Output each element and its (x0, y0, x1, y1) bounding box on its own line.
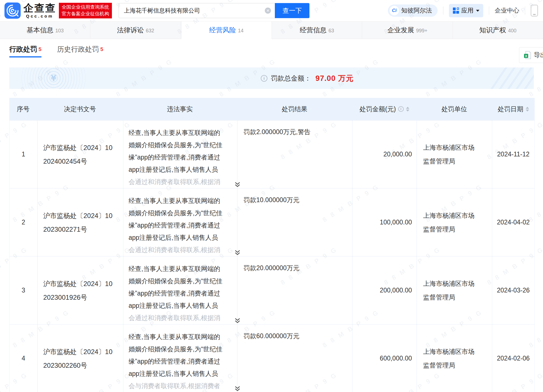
apps-button[interactable]: 应用 (449, 4, 483, 17)
penalty-date: 2024-02-06 (492, 325, 534, 392)
illegal-fact: 经查,当事人主要从事互联网端的 婚姻介绍婚保会员服务,为“世纪佳 缘”app的经… (123, 120, 237, 188)
col-header-authority: 处罚单位 (417, 98, 492, 120)
tab-count: 103 (55, 28, 64, 34)
subtab-admin-penalty[interactable]: 行政处罚 5 (9, 39, 42, 59)
export-button[interactable]: X 导出 (519, 47, 543, 63)
row-index: 3 (9, 257, 37, 324)
mobile-app-icon[interactable] (531, 5, 538, 16)
zhibi-alpha-button[interactable]: Ci 知彼阿尔法 (388, 4, 438, 17)
yen-symbol: ¥ (51, 74, 56, 83)
tab-intellectual-property[interactable]: 知识产权 400 (453, 21, 543, 39)
penalty-table: 序号 决定书文号 违法事实 处罚结果 处罚金额(元) i 处罚单位 处罚日期 1 (9, 98, 535, 392)
credit-system-badge: 全国企业信用查询系统 官方备案企业征信机构 (59, 3, 112, 18)
fact-line: 经查,当事人主要从事互联网端的 (129, 263, 232, 275)
fact-line: 婚姻介绍婚保会员服务,为“世纪佳 (129, 275, 232, 287)
col-header-index: 序号 (9, 98, 37, 120)
qcc-logo-icon (4, 3, 21, 19)
expand-chevron-icon[interactable] (234, 386, 241, 392)
qcc-company-risk-page: { "header": { "logo": { "name": "企查查", "… (0, 0, 543, 392)
top-header: 企查查 Qcc.com 全国企业信用查询系统 官方备案企业征信机构 上海花千树信… (0, 0, 543, 21)
subtab-count: 5 (100, 46, 104, 52)
fact-line: app注册登记后,当事人销售人员 (129, 299, 232, 312)
tab-legal-litigation[interactable]: 法律诉讼 632 (90, 21, 181, 39)
tab-count: 14 (238, 28, 244, 34)
tab-count: 632 (146, 28, 154, 34)
tab-basic-info[interactable]: 基本信息 103 (0, 21, 90, 39)
penalty-total-value: 97.00 万元 (315, 73, 354, 83)
expand-chevron-icon[interactable] (234, 318, 241, 324)
table-row: 3 沪市监杨处〔2024〕10 2023001926号 经查,当事人主要从事互联… (9, 257, 535, 325)
subtab-history-admin-penalty[interactable]: 历史行政处罚 5 (57, 39, 104, 59)
fact-line: 经查,当事人主要从事互联网端的 (129, 195, 232, 207)
clear-icon[interactable]: ✕ (265, 8, 271, 14)
tab-label: 法律诉讼 (117, 26, 144, 35)
fact-line: 经查,当事人主要从事互联网端的 (129, 331, 232, 343)
penalty-authority: 上海市杨浦区市场监督管理局 (417, 188, 492, 256)
penalty-total-label: 罚款总金额： (271, 74, 311, 83)
tab-count: 400 (508, 28, 516, 34)
illegal-fact: 经查,当事人主要从事互联网端的 婚姻介绍婚保会员服务,为“世纪佳 缘”app的经… (123, 257, 237, 324)
tab-operating-info[interactable]: 经营信息 63 (272, 21, 362, 39)
subtab-label: 历史行政处罚 (57, 45, 99, 54)
tab-label: 基本信息 (27, 26, 53, 35)
apps-label: 应用 (461, 6, 474, 15)
fact-line: app注册登记后,当事人销售人员 (129, 367, 232, 380)
divider (525, 6, 525, 15)
tab-operating-risk[interactable]: 经营风险 14 (181, 21, 272, 39)
sort-icon[interactable] (406, 107, 409, 112)
search-box: 上海花千树信息科技有限公司 ✕ 查一下 (119, 3, 309, 18)
decision-doc-no: 沪市监杨处〔2024〕10 2024002454号 (37, 120, 123, 188)
doc-line: 2023002271号 (43, 222, 112, 236)
col-header-result: 处罚结果 (237, 98, 352, 120)
tab-label: 经营风险 (209, 26, 236, 35)
penalty-authority: 上海市杨浦区市场监督管理局 (417, 120, 492, 188)
subtab-row: 行政处罚 5 历史行政处罚 5 (0, 39, 543, 59)
search-button[interactable]: 查一下 (275, 3, 309, 18)
badge-line-1: 全国企业信用查询系统 (62, 4, 109, 11)
penalty-date: 2024-11-12 (492, 120, 534, 188)
authority-text: 上海市杨浦区市场监督管理局 (423, 277, 479, 304)
subtab-count: 5 (39, 46, 42, 52)
qcc-logo[interactable]: 企查查 Qcc.com (4, 3, 56, 19)
col-header-date: 处罚日期 (492, 98, 535, 120)
enterprise-center-link[interactable]: 企业中心 (495, 6, 519, 15)
table-row: 1 沪市监杨处〔2024〕10 2024002454号 经查,当事人主要从事互联… (9, 120, 535, 188)
fact-line: 婚姻介绍婚保会员服务,为“世纪佳 (129, 343, 232, 355)
illegal-fact: 经查,当事人主要从事互联网端的 婚姻介绍婚保会员服务,为“世纪佳 缘”app的经… (123, 188, 237, 256)
zhibi-alpha-icon: Ci (390, 6, 399, 15)
excel-icon: X (524, 51, 531, 59)
yen-ripple-decoration: ¥ (9, 67, 101, 89)
zhibi-alpha-label: 知彼阿尔法 (401, 6, 432, 15)
search-input[interactable]: 上海花千树信息科技有限公司 ✕ (119, 3, 275, 18)
sort-icon[interactable] (526, 107, 529, 112)
row-index: 1 (9, 120, 37, 188)
penalty-authority: 上海市杨浦区市场监督管理局 (417, 257, 492, 324)
row-index: 4 (9, 325, 37, 392)
authority-text: 上海市杨浦区市场监督管理局 (423, 141, 479, 168)
penalty-result: 罚款60.000000万元 (237, 325, 352, 392)
penalty-date: 2024-04-02 (492, 188, 534, 256)
penalty-date: 2024-03-26 (492, 257, 534, 324)
apps-grid-icon (453, 8, 459, 14)
active-subtab-underline (9, 56, 42, 57)
doc-line: 沪市监杨处〔2024〕10 (43, 277, 112, 291)
authority-text: 上海市杨浦区市场监督管理局 (423, 209, 479, 236)
fact-line: 缘”app的经营管理者,消费者通过 (129, 287, 232, 299)
penalty-result: 罚款2.000000万元,警告 (237, 120, 352, 188)
tab-label: 知识产权 (479, 26, 506, 35)
table-header: 序号 决定书文号 违法事实 处罚结果 处罚金额(元) i 处罚单位 处罚日期 (9, 98, 535, 120)
tab-company-development[interactable]: 企业发展 999+ (362, 21, 453, 39)
col-header-date-label: 处罚日期 (498, 105, 523, 113)
doc-line: 2024002454号 (43, 154, 112, 168)
expand-chevron-icon[interactable] (234, 250, 241, 256)
main-tabbar: 基本信息 103 法律诉讼 632 经营风险 14 经营信息 63 企业发展 9… (0, 21, 543, 39)
penalty-result: 罚款20.000000万元 (237, 257, 352, 324)
qcc-name-en: Qcc.com (26, 14, 53, 18)
col-header-doc-no: 决定书文号 (37, 98, 123, 120)
caret-down-icon (476, 10, 479, 12)
doc-line: 沪市监杨处〔2024〕10 (43, 141, 112, 154)
expand-chevron-icon[interactable] (234, 182, 241, 188)
tab-count: 999+ (416, 28, 427, 34)
decision-doc-no: 沪市监杨处〔2024〕10 2023002271号 (37, 188, 123, 256)
fact-line-faded: 会通过和消费者取得联系,根据消 (129, 312, 232, 324)
